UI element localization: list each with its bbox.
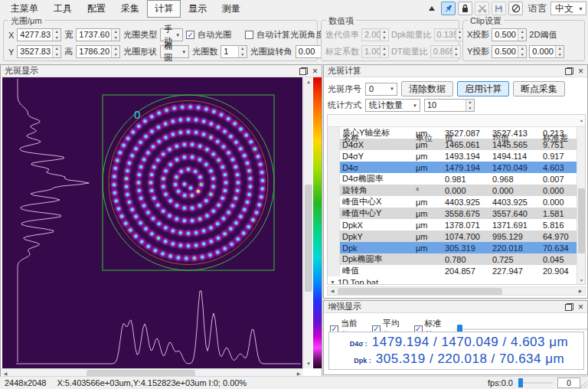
- dpk-energy-input: 0.135▲▼: [434, 28, 465, 41]
- float-panel-icon[interactable]: [565, 67, 573, 75]
- auto-aperture-label: 自动光圈: [198, 29, 231, 41]
- collapse-button[interactable]: [424, 2, 439, 15]
- menu-item[interactable]: 工具: [46, 0, 80, 18]
- help-icon: [511, 4, 521, 13]
- scroll-up-icon[interactable]: ▲: [304, 77, 313, 87]
- table-header: 名称 单位 值 均值 标准差 统计数量: [328, 115, 585, 127]
- table-vertical-scrollbar[interactable]: ▲ ▼: [577, 127, 585, 284]
- spinner-arrows[interactable]: ▲▼: [518, 29, 526, 41]
- enable-calc-button[interactable]: 启用计算: [457, 81, 509, 96]
- aperture-x-input[interactable]: 4277.83▲▼: [17, 28, 61, 41]
- table-row[interactable]: D4σ椭圆率 0.981 0.968 0.007 10: [328, 173, 585, 185]
- xproj-input[interactable]: 0.500▲▼: [492, 28, 527, 41]
- menu-item[interactable]: 计算: [147, 0, 181, 18]
- table-row[interactable]: DpkY μm 1074.700 995.129 64.970 10: [328, 230, 585, 242]
- table-row[interactable]: D4σY μm 1493.194 1494.114 0.917 10: [328, 150, 585, 162]
- table-row[interactable]: Dpk μm 305.319 220.018 70.634 10: [328, 242, 585, 253]
- threshold-2d-input[interactable]: 0.000▲▼: [529, 45, 564, 58]
- table-row[interactable]: 峰值 204.857 227.947 20.904 10: [328, 265, 585, 276]
- beam-image[interactable]: 0: [2, 77, 302, 368]
- spinner-arrows[interactable]: ▲▼: [518, 46, 526, 57]
- spinner-arrows[interactable]: ▲▼: [466, 100, 474, 111]
- stat-mode-label: 统计方式: [328, 100, 361, 111]
- beam-vertical-scrollbar[interactable]: ▲ ▼: [303, 77, 312, 368]
- yproj-input[interactable]: 0.500▲▼: [492, 45, 527, 58]
- spinner-arrows[interactable]: ▲▼: [555, 46, 564, 57]
- panel-title: 光斑显示: [5, 65, 38, 77]
- slider-thumb[interactable]: [518, 378, 523, 387]
- aperture-shape-label: 光圈形状: [123, 46, 157, 57]
- float-panel-icon[interactable]: [299, 67, 308, 75]
- aperture-shape-select[interactable]: 椭圆▼: [160, 45, 189, 58]
- spinner-arrows[interactable]: ▲▼: [52, 46, 60, 57]
- language-select[interactable]: 中文 ▼: [550, 2, 586, 15]
- close-icon[interactable]: ×: [311, 67, 319, 75]
- aperture-width-input[interactable]: 1737.60▲▼: [76, 28, 120, 41]
- rotation-label: 光圈旋转角: [250, 46, 292, 57]
- table-row[interactable]: 峰值中心X μm 4403.925 4403.925 0.000 10: [328, 196, 585, 208]
- spot-seq-label: 光斑序号: [328, 83, 361, 95]
- scissors-button[interactable]: [475, 2, 489, 15]
- help-button[interactable]: [508, 2, 523, 15]
- resize-grip[interactable]: [580, 381, 587, 388]
- clip-group: Clip设置 X投影 0.500▲▼ 2D阈值 Y投影 0.500▲▼ 0.00…: [462, 20, 585, 61]
- scroll-down-icon[interactable]: ▼: [577, 276, 586, 284]
- spinner-arrows[interactable]: ▲▼: [111, 46, 119, 57]
- scroll-right-icon[interactable]: ▶: [576, 287, 585, 295]
- spinner-arrows: ▲▼: [452, 46, 460, 57]
- enhanced-display-panel: 增强显示 × ✓当前值 ✓平均值 ✓标准差 D4σ : 1479.194 / 1…: [323, 300, 588, 375]
- aperture-type-label: 光圈类型: [123, 29, 157, 41]
- threshold-2d-label: 2D阈值: [529, 29, 557, 41]
- clear-data-button[interactable]: 清除数据: [401, 81, 453, 96]
- save-button[interactable]: [492, 2, 506, 15]
- auto-aperture-checkbox[interactable]: ✓: [186, 31, 194, 39]
- dt-energy-input: 0.865▲▼: [430, 45, 461, 58]
- aperture-y-input[interactable]: 3527.83▲▼: [17, 45, 61, 58]
- scroll-up-icon[interactable]: ▲: [577, 116, 586, 124]
- scroll-left-icon[interactable]: ◀: [328, 287, 337, 295]
- group-row-1d-tophat[interactable]: ▼ 1D Top hat: [328, 276, 585, 285]
- table-row[interactable]: 峰值中心Y μm 3558.675 3557.640 1.581 10: [328, 208, 585, 219]
- beam-display-panel: 光斑显示 × 0 ▲ ▼ ◀ ▶: [0, 64, 322, 377]
- pin-button[interactable]: [441, 2, 456, 15]
- spinner-arrows[interactable]: ▲▼: [111, 29, 119, 41]
- app-window: 主菜单 工具 配置 采集 计算 显示 测量: [0, 0, 588, 389]
- spinner-arrows[interactable]: ▲▼: [52, 29, 60, 41]
- menu-item[interactable]: 配置: [80, 0, 113, 18]
- float-panel-icon[interactable]: [565, 303, 573, 311]
- menu-item[interactable]: 显示: [181, 0, 214, 18]
- collapse-icon: [428, 5, 436, 11]
- menu-item[interactable]: 测量: [214, 0, 248, 18]
- aperture-height-input[interactable]: 1786.20▲▼: [76, 45, 120, 58]
- table-row[interactable]: D4σX μm 1465.061 1445.565 9.751 10: [328, 139, 585, 150]
- spot-seq-select[interactable]: 0▼: [365, 83, 397, 96]
- scrollbar-thumb[interactable]: [338, 288, 502, 295]
- table-horizontal-scrollbar[interactable]: ◀ ▶: [327, 286, 586, 296]
- enhance-values-box: D4σ : 1479.194 / 1470.049 / 4.603 μm Dpk…: [328, 332, 584, 370]
- clip-group-title: Clip设置: [468, 15, 504, 27]
- aperture-count-input[interactable]: 1▲▼: [220, 45, 247, 58]
- aperture-type-select[interactable]: 手动▼: [160, 28, 183, 41]
- breakpoint-capture-button[interactable]: 断点采集: [513, 81, 565, 96]
- fps-slider[interactable]: [518, 378, 553, 387]
- spinner-arrows[interactable]: ▲▼: [238, 46, 247, 57]
- stat-mode-select[interactable]: 统计数量▼: [365, 99, 420, 112]
- table-row[interactable]: 旋转角 ° 0.000 0.000 0.000 10: [328, 185, 585, 196]
- close-icon[interactable]: ×: [577, 67, 585, 75]
- scroll-down-icon[interactable]: ▼: [304, 359, 313, 368]
- scrollbar-thumb[interactable]: [305, 185, 312, 292]
- table-row[interactable]: DpkX μm 1378.071 1371.691 5.816 10: [328, 219, 585, 230]
- scrollbar-thumb[interactable]: [578, 188, 585, 253]
- table-row[interactable]: 质心Y轴坐标 μm 3527.087 3527.413 0.213 10: [328, 127, 585, 139]
- lock-button[interactable]: [458, 2, 472, 15]
- stat-count-input[interactable]: 10▲▼: [424, 99, 475, 112]
- close-icon[interactable]: ×: [577, 303, 585, 311]
- table-row[interactable]: Dpk椭圆率 0.780 0.725 0.045 10: [328, 253, 585, 265]
- table-row[interactable]: D4σ μm 1479.194 1470.049 4.603 10: [328, 162, 585, 173]
- auto-angle-label: 自动计算光斑角度: [256, 29, 324, 41]
- fps-label: fps:0.0: [488, 378, 513, 387]
- auto-angle-checkbox[interactable]: [245, 31, 253, 39]
- menu-item[interactable]: 采集: [113, 0, 147, 18]
- yproj-label: Y投影: [467, 46, 489, 57]
- x-label: X: [8, 31, 14, 40]
